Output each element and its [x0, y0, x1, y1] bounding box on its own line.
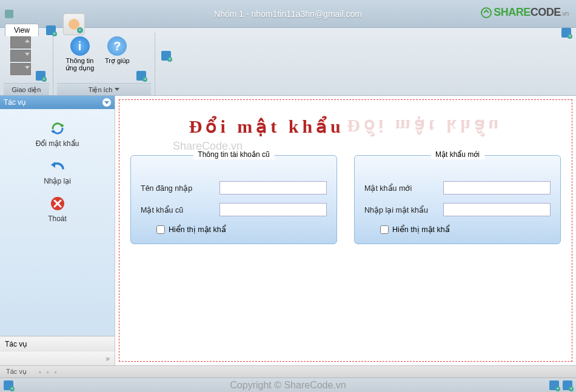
main-canvas: ShareCode.vn Đổi mật khẩu Đổi mật khẩu T…: [115, 96, 576, 365]
ribbon-group-theme: Giao diện: [0, 33, 53, 95]
tab-row: View +: [5, 15, 85, 36]
side-panel-header[interactable]: Tác vụ: [0, 96, 115, 109]
ribbon-group-utilities: i Thông tin ứng dụng ? Trợ giúp Tiện ích: [53, 33, 155, 95]
status-right-icon-1[interactable]: [549, 380, 559, 390]
fieldset-old-account: Thông tin tài khoản cũ Tên đăng nhập Mật…: [130, 155, 337, 244]
status-right-icon-2[interactable]: [563, 380, 572, 390]
brand-logo: SHARECODE.vn: [480, 6, 569, 19]
task-list: Đổi mật khẩu Nhập lại Thoát: [0, 109, 115, 336]
confirm-password-label: Nhập lại mật khẩu: [364, 205, 443, 214]
workspace: Tác vụ Đổi mật khẩu Nhập lại Thoát: [0, 96, 576, 365]
show-old-password-label: Hiển thị mật khẩ: [169, 225, 226, 234]
legend-new: Mật khẩu mới: [430, 150, 484, 159]
task-exit[interactable]: Thoát: [48, 195, 67, 223]
copyright: Copyright © ShareCode.vn: [230, 380, 346, 391]
info-icon: i: [70, 36, 90, 56]
page-title: Đổi mật khẩu: [189, 116, 344, 137]
theme-launcher-icon[interactable]: [36, 71, 45, 81]
refresh-icon: [49, 120, 66, 137]
dots-icon: • • •: [39, 368, 59, 376]
status-bar-1: Tác vụ• • •: [0, 365, 576, 377]
help-button[interactable]: ? Trợ giúp: [100, 34, 134, 83]
tab-add-icon[interactable]: [45, 24, 57, 36]
footer-task-row[interactable]: Tác vụ: [0, 336, 115, 351]
username-input[interactable]: [219, 181, 327, 194]
avatar-button[interactable]: +: [63, 13, 85, 35]
task-change-password[interactable]: Đổi mật khẩu: [36, 120, 79, 148]
utilities-launcher-icon[interactable]: [136, 71, 146, 81]
status-bar-2: Copyright © ShareCode.vn: [0, 377, 576, 392]
show-old-password-checkbox[interactable]: [156, 225, 165, 234]
ribbon: Giao diện i Thông tin ứng dụng ? Trợ giú…: [0, 28, 576, 96]
new-password-input[interactable]: [443, 181, 551, 194]
show-new-password-label: Hiển thị mật khẩ: [392, 225, 450, 234]
titlebar: View + Nhóm 1 - nhom1tin11a3hn@gmail.com…: [0, 0, 576, 28]
page-title-reflection: Đổi mật khẩu: [347, 116, 502, 137]
fieldset-new-password: Mật khẩu mới Mật khẩu mới Nhập lại mật k…: [354, 155, 561, 244]
status-left-icon[interactable]: [4, 380, 13, 390]
footer-expand-row[interactable]: »: [0, 351, 115, 365]
ribbon-group-label: Giao diện: [4, 83, 49, 95]
show-new-password-checkbox[interactable]: [380, 225, 389, 234]
confirm-password-input[interactable]: [443, 203, 551, 216]
window-title: Nhóm 1 - nhom1tin11a3hn@gmail.com: [214, 9, 362, 19]
task-reset[interactable]: Nhập lại: [44, 158, 71, 185]
info-button[interactable]: i Thông tin ứng dụng: [62, 34, 98, 83]
help-icon: ?: [107, 36, 127, 56]
new-password-label: Mật khẩu mới: [364, 184, 443, 193]
legend-old: Thông tin tài khoản cũ: [193, 150, 274, 159]
old-password-input[interactable]: [219, 203, 327, 216]
tab-view[interactable]: View: [5, 24, 39, 36]
side-panel-footer: Tác vụ »: [0, 336, 115, 365]
chevron-down-icon[interactable]: [115, 88, 119, 91]
close-icon: [49, 195, 66, 212]
theme-stepper[interactable]: [8, 34, 33, 83]
ribbon-group-label: Tiện ích: [57, 83, 151, 95]
form-container: ShareCode.vn Đổi mật khẩu Đổi mật khẩu T…: [119, 99, 572, 362]
undo-icon: [49, 158, 66, 174]
ribbon-extra-icon[interactable]: [161, 51, 171, 95]
username-label: Tên đăng nhập: [141, 184, 219, 193]
svg-marker-3: [51, 162, 55, 168]
ribbon-right-icon[interactable]: [561, 28, 571, 38]
collapse-icon[interactable]: [102, 98, 111, 107]
old-password-label: Mật khẩu cũ: [141, 205, 219, 214]
svg-point-0: [481, 8, 491, 18]
side-panel: Tác vụ Đổi mật khẩu Nhập lại Thoát: [0, 96, 115, 365]
